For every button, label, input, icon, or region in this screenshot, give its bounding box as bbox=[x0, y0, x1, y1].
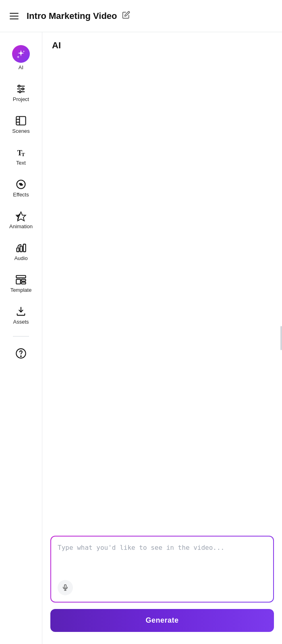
svg-rect-18 bbox=[16, 276, 25, 278]
svg-text:T: T bbox=[21, 152, 25, 157]
sidebar-item-text[interactable]: T T Text bbox=[3, 142, 39, 171]
sidebar-project-label: Project bbox=[13, 96, 29, 102]
sidebar-template-label: Template bbox=[10, 287, 32, 293]
assets-icon bbox=[15, 306, 27, 317]
sidebar-scenes-label: Scenes bbox=[12, 128, 29, 134]
svg-rect-15 bbox=[17, 248, 19, 252]
microphone-icon bbox=[62, 584, 69, 591]
sidebar-item-help[interactable] bbox=[3, 343, 39, 364]
sidebar-animation-label: Animation bbox=[9, 223, 33, 229]
svg-rect-6 bbox=[16, 117, 25, 125]
sidebar-ai-label: AI bbox=[19, 64, 23, 70]
sidebar-text-label: Text bbox=[16, 160, 26, 166]
svg-rect-16 bbox=[20, 246, 23, 252]
svg-point-5 bbox=[19, 91, 21, 93]
svg-rect-20 bbox=[21, 279, 25, 281]
svg-point-3 bbox=[18, 85, 20, 87]
ai-sparkles-icon bbox=[12, 45, 30, 63]
sliders-icon bbox=[15, 83, 27, 95]
scroll-indicator[interactable] bbox=[280, 326, 282, 350]
svg-point-4 bbox=[22, 88, 24, 90]
help-icon bbox=[15, 348, 27, 359]
bottom-area: Generate bbox=[42, 528, 282, 644]
effects-icon bbox=[15, 179, 27, 190]
sidebar-item-scenes[interactable]: Scenes bbox=[3, 110, 39, 139]
sidebar-effects-label: Effects bbox=[13, 192, 29, 198]
sidebar-item-audio[interactable]: Audio bbox=[3, 237, 39, 266]
main-layout: AI Project Scenes bbox=[0, 32, 282, 644]
sidebar-assets-label: Assets bbox=[13, 319, 29, 325]
template-icon bbox=[15, 274, 27, 285]
microphone-button[interactable] bbox=[58, 580, 73, 595]
sidebar-audio-label: Audio bbox=[14, 255, 27, 261]
sidebar-item-project[interactable]: Project bbox=[3, 78, 39, 107]
generate-button[interactable]: Generate bbox=[50, 609, 274, 632]
text-icon: T T bbox=[15, 147, 27, 158]
svg-rect-19 bbox=[16, 279, 21, 284]
prompt-textarea[interactable] bbox=[58, 543, 267, 575]
sidebar-item-ai[interactable]: AI bbox=[3, 40, 39, 75]
sidebar-item-assets[interactable]: Assets bbox=[3, 301, 39, 330]
animation-icon bbox=[15, 211, 27, 222]
sidebar-divider bbox=[13, 336, 29, 336]
svg-rect-21 bbox=[21, 282, 25, 284]
panel-title: AI bbox=[52, 40, 61, 50]
sidebar: AI Project Scenes bbox=[0, 32, 42, 644]
svg-rect-17 bbox=[23, 244, 26, 252]
sidebar-item-template[interactable]: Template bbox=[3, 269, 39, 298]
audio-icon bbox=[15, 242, 27, 254]
edit-title-button[interactable] bbox=[121, 10, 131, 22]
project-title: Intro Marketing Video bbox=[27, 11, 117, 21]
sidebar-item-effects[interactable]: Effects bbox=[3, 174, 39, 202]
panel-header: AI bbox=[42, 32, 282, 57]
svg-point-23 bbox=[21, 356, 21, 357]
sidebar-item-animation[interactable]: Animation bbox=[3, 206, 39, 234]
scenes-icon bbox=[15, 115, 27, 126]
hamburger-button[interactable] bbox=[8, 11, 20, 21]
prompt-input-wrapper bbox=[50, 536, 274, 603]
content-area: AI Generate bbox=[42, 32, 282, 644]
app-header: Intro Marketing Video bbox=[0, 0, 282, 32]
svg-rect-24 bbox=[64, 585, 66, 588]
